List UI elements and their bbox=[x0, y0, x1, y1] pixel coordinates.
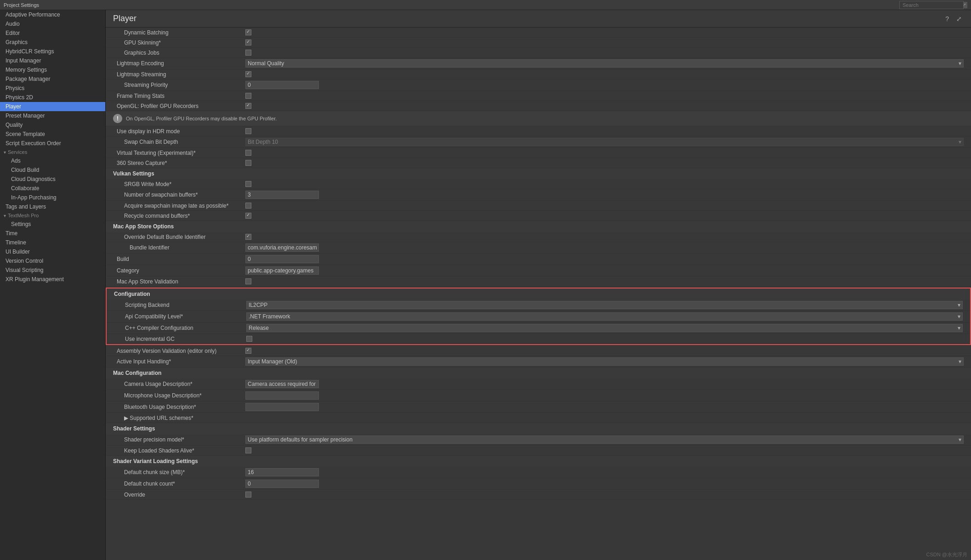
setting-value[interactable] bbox=[245, 255, 964, 263]
setting-input[interactable] bbox=[245, 480, 319, 488]
sidebar-item-package-manager[interactable]: Package Manager bbox=[0, 74, 105, 84]
sidebar-item-memory-settings[interactable]: Memory Settings bbox=[0, 65, 105, 74]
sidebar-group-services[interactable]: Services bbox=[0, 148, 105, 156]
setting-checkbox[interactable] bbox=[246, 336, 252, 342]
setting-input[interactable] bbox=[245, 255, 319, 263]
sidebar-group-textmesh-pro[interactable]: TextMesh Pro bbox=[0, 211, 105, 220]
setting-checkbox[interactable] bbox=[245, 181, 251, 187]
setting-value[interactable] bbox=[245, 128, 964, 134]
setting-checkbox[interactable] bbox=[245, 50, 251, 56]
setting-checkbox[interactable] bbox=[245, 203, 251, 209]
sidebar-item-time[interactable]: Time bbox=[0, 229, 105, 238]
sidebar-item-physics[interactable]: Physics bbox=[0, 84, 105, 93]
sidebar-item-cloud-diagnostics[interactable]: Cloud Diagnostics bbox=[0, 175, 105, 184]
setting-checkbox[interactable] bbox=[245, 71, 251, 77]
sidebar-item-hybridclr-settings[interactable]: HybridCLR Settings bbox=[0, 47, 105, 56]
setting-value[interactable] bbox=[245, 468, 964, 476]
setting-value[interactable] bbox=[245, 71, 964, 77]
setting-input[interactable] bbox=[245, 266, 319, 275]
setting-input[interactable] bbox=[245, 380, 319, 388]
setting-value[interactable]: .NET Framework bbox=[246, 312, 963, 321]
setting-checkbox[interactable] bbox=[245, 492, 251, 498]
sidebar-item-ui-builder[interactable]: UI Builder bbox=[0, 247, 105, 256]
sidebar-item-version-control[interactable]: Version Control bbox=[0, 256, 105, 266]
setting-checkbox[interactable] bbox=[245, 348, 251, 354]
setting-value[interactable] bbox=[245, 266, 964, 275]
sidebar-item-player[interactable]: Player bbox=[0, 102, 105, 111]
setting-value[interactable]: Input Manager (Old) bbox=[245, 357, 964, 366]
sidebar-item-visual-scripting[interactable]: Visual Scripting bbox=[0, 266, 105, 275]
setting-value[interactable] bbox=[245, 403, 964, 411]
sidebar-item-collaborate[interactable]: Collaborate bbox=[0, 184, 105, 193]
setting-value[interactable]: Normal Quality bbox=[245, 59, 964, 68]
setting-dropdown[interactable]: IL2CPP bbox=[246, 301, 963, 309]
setting-value[interactable] bbox=[245, 40, 964, 45]
setting-checkbox[interactable] bbox=[245, 93, 251, 99]
setting-input[interactable] bbox=[245, 243, 319, 252]
setting-value[interactable] bbox=[245, 93, 964, 99]
setting-checkbox[interactable] bbox=[245, 128, 251, 134]
setting-dropdown[interactable]: Normal Quality bbox=[245, 59, 964, 68]
search-input[interactable] bbox=[899, 1, 964, 9]
sidebar-item-graphics[interactable]: Graphics bbox=[0, 38, 105, 47]
sidebar-item-settings[interactable]: Settings bbox=[0, 220, 105, 229]
setting-dropdown[interactable]: Bit Depth 10 bbox=[245, 138, 964, 146]
setting-value[interactable] bbox=[245, 380, 964, 388]
setting-value[interactable] bbox=[245, 278, 964, 284]
setting-value[interactable] bbox=[245, 50, 964, 56]
setting-checkbox[interactable] bbox=[245, 29, 251, 35]
setting-input[interactable] bbox=[245, 391, 319, 400]
setting-value[interactable] bbox=[245, 480, 964, 488]
sidebar-item-audio[interactable]: Audio bbox=[0, 19, 105, 28]
setting-dropdown[interactable]: Release bbox=[246, 324, 963, 332]
setting-value[interactable] bbox=[245, 391, 964, 400]
sidebar-item-preset-manager[interactable]: Preset Manager bbox=[0, 111, 105, 120]
setting-checkbox[interactable] bbox=[245, 150, 251, 156]
setting-value[interactable] bbox=[245, 181, 964, 187]
setting-checkbox[interactable] bbox=[245, 160, 251, 166]
expand-button[interactable]: ⤢ bbox=[954, 14, 964, 23]
setting-input[interactable] bbox=[245, 81, 319, 89]
setting-input[interactable] bbox=[245, 403, 319, 411]
setting-value[interactable]: Bit Depth 10 bbox=[245, 138, 964, 146]
setting-value[interactable] bbox=[245, 213, 964, 219]
setting-checkbox[interactable] bbox=[245, 234, 251, 240]
setting-dropdown[interactable]: Use platform defaults for sampler precis… bbox=[245, 436, 964, 444]
setting-value[interactable] bbox=[245, 203, 964, 209]
sidebar-item-in-app-purchasing[interactable]: In-App Purchasing bbox=[0, 193, 105, 202]
setting-value[interactable]: Release bbox=[246, 324, 963, 332]
setting-value[interactable]: Use platform defaults for sampler precis… bbox=[245, 436, 964, 444]
setting-value[interactable] bbox=[245, 234, 964, 240]
sidebar-item-script-execution-order[interactable]: Script Execution Order bbox=[0, 139, 105, 148]
setting-input[interactable] bbox=[245, 191, 319, 199]
sidebar-item-ads[interactable]: Ads bbox=[0, 156, 105, 165]
setting-value[interactable] bbox=[245, 29, 964, 35]
sidebar-item-tags-and-layers[interactable]: Tags and Layers bbox=[0, 202, 105, 211]
sidebar-item-physics-2d[interactable]: Physics 2D bbox=[0, 93, 105, 102]
setting-value[interactable] bbox=[246, 336, 963, 342]
setting-value[interactable]: IL2CPP bbox=[246, 301, 963, 309]
sidebar-item-input-manager[interactable]: Input Manager bbox=[0, 56, 105, 65]
sidebar-item-adaptive-performance[interactable]: Adaptive Performance bbox=[0, 10, 105, 19]
setting-dropdown[interactable]: .NET Framework bbox=[246, 312, 963, 321]
sidebar-item-scene-template[interactable]: Scene Template bbox=[0, 130, 105, 139]
setting-value[interactable] bbox=[245, 492, 964, 498]
setting-value[interactable] bbox=[245, 160, 964, 166]
setting-checkbox[interactable] bbox=[245, 213, 251, 219]
setting-value[interactable] bbox=[245, 243, 964, 252]
sidebar-item-timeline[interactable]: Timeline bbox=[0, 238, 105, 247]
setting-dropdown[interactable]: Input Manager (Old) bbox=[245, 357, 964, 366]
setting-checkbox[interactable] bbox=[245, 447, 251, 453]
setting-value[interactable] bbox=[245, 447, 964, 453]
setting-checkbox[interactable] bbox=[245, 40, 251, 45]
setting-value[interactable] bbox=[245, 81, 964, 89]
setting-value[interactable] bbox=[245, 150, 964, 156]
setting-input[interactable] bbox=[245, 468, 319, 476]
sidebar-item-cloud-build[interactable]: Cloud Build bbox=[0, 165, 105, 175]
setting-value[interactable] bbox=[245, 103, 964, 109]
setting-checkbox[interactable] bbox=[245, 103, 251, 109]
sidebar-item-xr-plugin-management[interactable]: XR Plugin Management bbox=[0, 275, 105, 284]
setting-value[interactable] bbox=[245, 348, 964, 354]
sidebar-item-editor[interactable]: Editor bbox=[0, 28, 105, 38]
help-button[interactable]: ? bbox=[943, 14, 951, 23]
